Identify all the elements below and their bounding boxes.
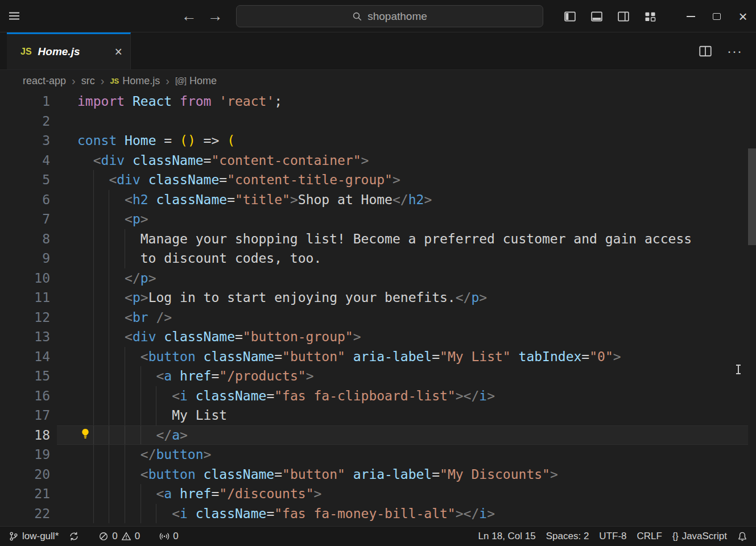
branch-name: low-gull* — [22, 531, 59, 542]
language-label: JavaScript — [682, 531, 727, 542]
line-number[interactable]: 2 — [0, 111, 50, 131]
code-line-11[interactable]: 11 <p>Log in to start enjoying your bene… — [0, 288, 756, 308]
code-line-21[interactable]: 21 <a href="/discounts"> — [0, 484, 756, 504]
errors-count: 0 — [112, 531, 117, 542]
indentation-label: Spaces: 2 — [546, 531, 589, 542]
encoding-label: UTF-8 — [599, 531, 626, 542]
line-number[interactable]: 13 — [0, 327, 50, 347]
ports-item[interactable]: 0 — [154, 527, 183, 546]
chevron-right-icon: › — [71, 75, 76, 88]
bell-icon — [737, 531, 747, 541]
encoding-item[interactable]: UTF-8 — [594, 527, 631, 546]
back-button[interactable]: ← — [177, 0, 200, 32]
line-number[interactable]: 16 — [0, 386, 50, 406]
chevron-right-icon: › — [100, 75, 105, 88]
scrollbar-thumb[interactable] — [748, 148, 756, 245]
javascript-file-icon: JS — [110, 77, 119, 85]
glyph-margin — [50, 327, 77, 347]
editor-actions: ··· — [699, 32, 756, 69]
line-number[interactable]: 5 — [0, 170, 50, 190]
code-line-20[interactable]: 20 <button className="button" aria-label… — [0, 465, 756, 485]
code-line-19[interactable]: 19 </button> — [0, 445, 756, 465]
close-window-button[interactable]: × — [730, 0, 756, 32]
line-number[interactable]: 3 — [0, 131, 50, 151]
line-number[interactable]: 11 — [0, 288, 50, 308]
breadcrumb-react-app[interactable]: react-app — [23, 75, 66, 87]
customize-layout-button[interactable] — [643, 0, 658, 32]
line-number[interactable]: 17 — [0, 406, 50, 425]
minimize-button[interactable] — [677, 0, 704, 32]
split-editor-icon[interactable] — [699, 44, 712, 58]
line-number[interactable]: 8 — [0, 229, 50, 249]
code-line-content: <i className="fas fa-clipboard-list"></i… — [77, 386, 495, 406]
code-line-1[interactable]: 1import React from 'react'; — [0, 92, 756, 111]
code-line-18[interactable]: 18 </a> — [0, 425, 756, 445]
breadcrumb-symbol-label: Home — [189, 75, 217, 87]
code-line-3[interactable]: 3const Home = () => ( — [0, 131, 756, 151]
code-line-22[interactable]: 22 <i className="fas fa-money-bill-alt">… — [0, 504, 756, 524]
line-number[interactable]: 14 — [0, 347, 50, 367]
toggle-primary-sidebar-button[interactable] — [563, 0, 577, 32]
glyph-margin — [50, 347, 77, 367]
code-line-6[interactable]: 6 <h2 className="title">Shop at Home</h2… — [0, 190, 756, 210]
line-number[interactable]: 4 — [0, 151, 50, 171]
code-line-content: <div className="content-container"> — [77, 151, 369, 171]
code-line-content: <button className="button" aria-label="M… — [77, 347, 621, 367]
line-number[interactable]: 12 — [0, 308, 50, 328]
git-branch-item[interactable]: low-gull* — [3, 527, 64, 546]
line-number[interactable]: 10 — [0, 268, 50, 288]
toggle-panel-button[interactable] — [589, 0, 604, 32]
breadcrumb-src[interactable]: src — [81, 75, 95, 87]
breadcrumb-file-label: Home.js — [122, 75, 160, 87]
eol-item[interactable]: CRLF — [632, 527, 667, 546]
line-number[interactable]: 15 — [0, 366, 50, 386]
line-number[interactable]: 6 — [0, 190, 50, 210]
code-line-8[interactable]: 8 Manage your shopping list! Become a pr… — [0, 229, 756, 249]
code-line-content: import React from 'react'; — [77, 92, 282, 111]
maximize-button[interactable] — [704, 0, 730, 32]
git-branch-icon — [9, 531, 19, 541]
code-line-12[interactable]: 12 <br /> — [0, 308, 756, 328]
line-number[interactable]: 21 — [0, 484, 50, 504]
code-line-15[interactable]: 15 <a href="/products"> — [0, 366, 756, 386]
code-line-2[interactable]: 2 — [0, 111, 756, 131]
line-number[interactable]: 18 — [0, 425, 50, 445]
hamburger-menu-button[interactable] — [0, 0, 28, 32]
code-line-14[interactable]: 14 <button className="button" aria-label… — [0, 347, 756, 367]
breadcrumb-symbol-home[interactable]: [@] Home — [175, 75, 217, 87]
code-line-5[interactable]: 5 <div className="content-title-group"> — [0, 170, 756, 190]
glyph-margin — [50, 386, 77, 406]
editor-scrollbar[interactable] — [748, 92, 756, 526]
line-number[interactable]: 7 — [0, 209, 50, 229]
more-actions-icon[interactable]: ··· — [727, 43, 742, 59]
code-line-17[interactable]: 17 My List — [0, 406, 756, 425]
line-number[interactable]: 19 — [0, 445, 50, 465]
sync-changes-item[interactable] — [64, 527, 84, 546]
toggle-secondary-sidebar-button[interactable] — [616, 0, 631, 32]
forward-button[interactable]: → — [204, 0, 226, 32]
language-mode-item[interactable]: {} JavaScript — [667, 527, 732, 546]
code-line-4[interactable]: 4 <div className="content-container"> — [0, 151, 756, 171]
line-number[interactable]: 1 — [0, 92, 50, 111]
code-line-9[interactable]: 9 to discount codes, too. — [0, 249, 756, 268]
code-line-7[interactable]: 7 <p> — [0, 209, 756, 229]
glyph-margin — [50, 151, 77, 171]
line-number[interactable]: 22 — [0, 504, 50, 524]
search-box[interactable]: shopathome — [236, 5, 543, 27]
tab-close-icon[interactable]: × — [115, 46, 122, 59]
breadcrumb-file-home-js[interactable]: JS Home.js — [110, 75, 160, 87]
notifications-item[interactable] — [732, 527, 753, 546]
line-number[interactable]: 20 — [0, 465, 50, 485]
indentation-item[interactable]: Spaces: 2 — [541, 527, 594, 546]
sync-icon — [69, 531, 79, 541]
code-editor[interactable]: 1import React from 'react';23const Home … — [0, 92, 756, 526]
cursor-position-item[interactable]: Ln 18, Col 15 — [473, 527, 541, 546]
problems-item[interactable]: 0 0 — [93, 527, 145, 546]
braces-icon: {} — [672, 531, 679, 541]
code-line-10[interactable]: 10 </p> — [0, 268, 756, 288]
line-number[interactable]: 9 — [0, 249, 50, 268]
tab-home-js[interactable]: JS Home.js × — [7, 32, 131, 69]
code-line-16[interactable]: 16 <i className="fas fa-clipboard-list">… — [0, 386, 756, 406]
code-line-content: </a> — [77, 425, 188, 445]
code-line-13[interactable]: 13 <div className="button-group"> — [0, 327, 756, 347]
